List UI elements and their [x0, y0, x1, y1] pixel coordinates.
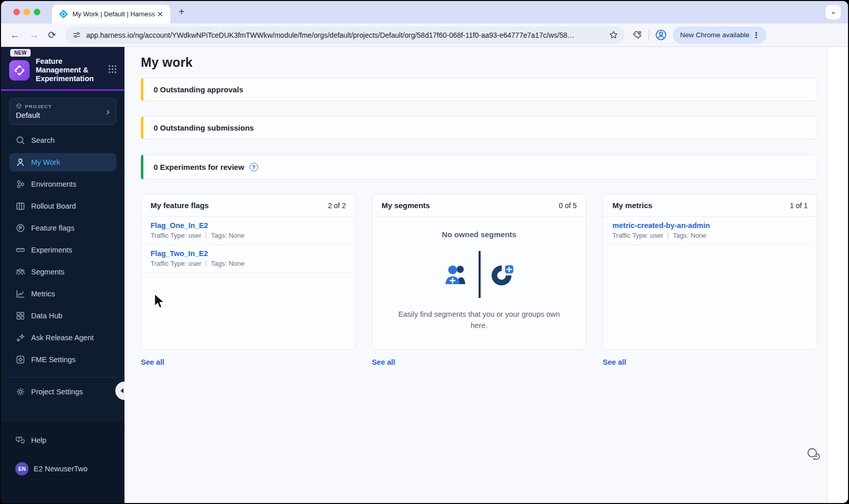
user-menu[interactable]: EN E2 NewuserTwo — [1, 460, 124, 478]
profile-icon[interactable] — [655, 29, 667, 41]
help-button[interactable]: ? Help — [1, 431, 124, 449]
submissions-banner[interactable]: 0 Outstanding submissions — [141, 116, 817, 139]
chevron-right-icon[interactable]: › — [106, 106, 110, 116]
module-title: Feature Management & Experimentation — [36, 57, 98, 83]
sidebar-item-feature-flags[interactable]: Feature flags — [9, 219, 116, 237]
project-name: Default — [16, 111, 52, 119]
flag-link[interactable]: Flag_Two_In_E2 — [151, 249, 346, 258]
tab-title: My Work | Default | Harness — [72, 10, 155, 18]
site-settings-icon[interactable] — [71, 30, 81, 40]
user-avatar[interactable]: EN — [15, 462, 29, 475]
ruler-icon — [15, 245, 26, 255]
search-icon — [15, 135, 26, 145]
people-icon — [15, 267, 26, 277]
sidebar-nav: Search My Work Environments — [1, 131, 124, 401]
see-all-segments-link[interactable]: See all — [372, 358, 587, 366]
url-text[interactable]: app.harness.io/ng/account/YWdkwNPiTceDUK… — [86, 31, 609, 39]
empty-state-divider — [479, 251, 481, 298]
sidebar-item-label: Ask Release Agent — [31, 334, 94, 342]
sidebar-bottom-section: ? Help EN E2 NewuserTwo — [1, 422, 124, 503]
page-title: My work — [141, 55, 817, 70]
flag-row: Flag_Two_In_E2 Traffic Type: user Tags: … — [141, 245, 355, 273]
tab-strip: My Work | Default | Harness ✕ + ⌄ — [1, 1, 848, 23]
sidebar-item-label: Environments — [31, 180, 77, 188]
bookmark-star-icon[interactable] — [609, 30, 618, 40]
meta-divider — [668, 232, 668, 239]
card-title: My segments — [382, 201, 430, 210]
harness-favicon — [59, 10, 68, 18]
flag-link[interactable]: Flag_One_In_E2 — [151, 221, 346, 230]
browser-menu-icon[interactable]: ⋮ — [750, 31, 763, 40]
sidebar-item-experiments[interactable]: Experiments — [9, 241, 116, 259]
forward-button[interactable]: → — [29, 30, 39, 41]
board-columns-icon — [15, 201, 26, 211]
project-cube-icon — [16, 103, 22, 109]
sidebar-item-label: My Work — [31, 158, 60, 166]
back-button[interactable]: ← — [10, 30, 20, 41]
see-all-flags-link[interactable]: See all — [141, 358, 356, 366]
metric-link[interactable]: metric-created-by-an-admin — [612, 221, 808, 230]
module-header: NEW Feature Management & Experimentation — [1, 47, 124, 89]
tags: Tags: None — [211, 260, 244, 267]
mouse-cursor — [153, 293, 166, 309]
maximize-window-button[interactable] — [34, 9, 40, 15]
gear-icon — [15, 387, 26, 397]
meta-divider — [206, 260, 206, 267]
hexagons-icon — [15, 179, 26, 189]
segments-empty-state: No owned segments — [372, 217, 586, 349]
submissions-banner-text: 0 Outstanding submissions — [154, 123, 254, 132]
sidebar-item-metrics[interactable]: Metrics — [9, 285, 116, 303]
chrome-update-button[interactable]: New Chrome available ⋮ — [673, 27, 766, 44]
extensions-icon[interactable] — [632, 30, 642, 40]
card-title: My metrics — [612, 201, 652, 210]
project-label: PROJECT — [25, 104, 52, 109]
project-selector[interactable]: PROJECT Default › — [9, 98, 116, 125]
add-user-group-icon — [443, 263, 469, 286]
sidebar-item-segments[interactable]: Segments — [9, 263, 116, 281]
sidebar-item-label: Experiments — [31, 246, 72, 254]
card-count: 2 of 2 — [328, 201, 346, 210]
close-tab-icon[interactable]: ✕ — [155, 10, 165, 19]
scrollbar-track[interactable] — [827, 47, 848, 503]
sidebar-item-environments[interactable]: Environments — [9, 175, 116, 193]
browser-window: My Work | Default | Harness ✕ + ⌄ ← → ⟳ … — [0, 0, 849, 504]
help-circle-icon[interactable]: ? — [249, 163, 258, 171]
tab-search-chevron-icon[interactable]: ⌄ — [826, 5, 841, 19]
help-label: Help — [31, 436, 46, 444]
browser-tab[interactable]: My Work | Default | Harness ✕ — [52, 5, 170, 23]
address-bar[interactable]: app.harness.io/ng/account/YWdkwNPiTceDUK… — [65, 27, 625, 44]
see-all-metrics-link[interactable]: See all — [603, 358, 817, 366]
sidebar-item-rollout-board[interactable]: Rollout Board — [9, 197, 116, 215]
new-tab-button[interactable]: + — [179, 6, 185, 18]
traffic-type: Traffic Type: user — [612, 232, 663, 239]
approvals-banner-text: 0 Outstanding approvals — [154, 85, 243, 94]
diamond-square-icon — [15, 355, 26, 365]
help-chat-icon: ? — [15, 435, 26, 445]
module-switcher-icon[interactable] — [108, 64, 117, 74]
sparkles-icon — [15, 333, 26, 343]
metric-row: metric-created-by-an-admin Traffic Type:… — [603, 217, 817, 245]
feedback-chat-icon[interactable] — [806, 447, 821, 461]
card-count: 0 of 5 — [559, 201, 577, 210]
meta-divider — [206, 232, 206, 239]
sidebar-item-data-hub[interactable]: Data Hub — [9, 307, 116, 325]
reload-button[interactable]: ⟳ — [48, 29, 56, 41]
approvals-banner[interactable]: 0 Outstanding approvals — [141, 78, 817, 101]
new-badge: NEW — [10, 49, 31, 57]
update-label: New Chrome available — [680, 31, 750, 39]
experiments-review-banner[interactable]: 0 Experiments for review ? — [141, 155, 817, 180]
sidebar-item-label: FME Settings — [31, 356, 76, 364]
sidebar-item-ask-release-agent[interactable]: Ask Release Agent — [9, 329, 116, 347]
tags: Tags: None — [211, 232, 244, 239]
close-window-button[interactable] — [13, 9, 20, 15]
sidebar-item-my-work[interactable]: My Work — [9, 153, 116, 171]
sidebar-item-project-settings[interactable]: Project Settings — [9, 383, 116, 401]
minimize-window-button[interactable] — [23, 9, 30, 15]
empty-state-description: Easily find segments that you or your gr… — [390, 309, 568, 332]
grid-squares-icon — [15, 311, 26, 321]
sidebar-item-label: Search — [31, 136, 55, 144]
sidebar-item-label: Project Settings — [31, 388, 83, 396]
metrics-column: My metrics 1 of 1 metric-created-by-an-a… — [603, 194, 817, 366]
sidebar-item-fme-settings[interactable]: FME Settings — [9, 350, 116, 369]
sidebar-item-search[interactable]: Search — [9, 131, 116, 149]
